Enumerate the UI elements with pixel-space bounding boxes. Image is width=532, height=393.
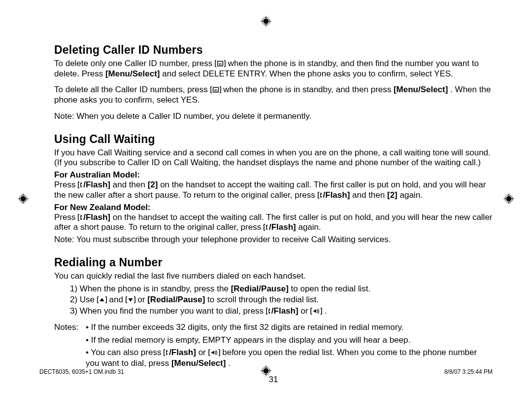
flash-key: /Flash]	[318, 190, 350, 200]
newzealand-instructions: Press /Flash] on the handset to accept t…	[54, 213, 493, 233]
section-deleting-caller-id: Deleting Caller ID Numbers To delete onl…	[54, 43, 493, 122]
document-page: Deleting Caller ID Numbers To delete onl…	[0, 0, 532, 393]
section-call-waiting: Using Call Waiting If you have Call Wait…	[54, 133, 493, 245]
phone-flash-icon	[318, 192, 323, 199]
registration-mark-icon	[261, 365, 271, 376]
phone-flash-icon	[78, 181, 83, 188]
footer-filename: DECT6035, 6035+1 OM.indb 31	[39, 368, 124, 375]
callwaiting-intro: If you have Call Waiting service and a s…	[54, 148, 493, 168]
caller-id-icon	[215, 60, 226, 67]
up-arrow-key-icon	[97, 296, 107, 303]
registration-mark-icon	[261, 16, 271, 27]
section-redial: Redialing a Number You can quickly redia…	[54, 256, 493, 369]
deleting-note: Note: When you delete a Caller ID number…	[54, 111, 493, 122]
redial-note-2: • If the redial memory is empty, EMPTY a…	[86, 335, 493, 346]
redial-step-1: 1) When the phone is in standby, press t…	[70, 284, 493, 295]
deleting-para-1: To delete only one Caller ID number, pre…	[54, 59, 493, 79]
page-number: 31	[54, 375, 493, 385]
redial-steps: 1) When the phone is in standby, press t…	[54, 284, 493, 318]
phone-flash-icon	[264, 224, 269, 231]
heading-redial: Redialing a Number	[54, 256, 493, 269]
two-key: [2]	[387, 190, 398, 200]
australian-instructions: Press /Flash] and then [2] on the handse…	[54, 180, 493, 200]
registration-mark-icon	[18, 193, 29, 204]
callwaiting-note: Note: You must subscribe through your te…	[54, 235, 493, 245]
phone-flash-icon	[266, 308, 271, 315]
speaker-key-icon	[208, 349, 220, 356]
registration-mark-icon	[503, 193, 514, 204]
phone-flash-icon	[78, 214, 83, 221]
menu-select-key: [Menu/Select]	[394, 85, 448, 94]
flash-key: /Flash]	[266, 306, 299, 316]
menu-select-key: [Menu/Select]	[171, 358, 226, 368]
redial-pause-key: [Redial/Pause]	[147, 295, 205, 304]
subhead-australian: For Australian Model:	[54, 170, 493, 180]
menu-select-key: [Menu/Select]	[105, 69, 160, 78]
footer-timestamp: 8/8/07 3:25:44 PM	[444, 368, 493, 375]
down-arrow-key-icon	[126, 296, 135, 303]
redial-step-3: 3) When you find the number you want to …	[70, 306, 493, 317]
flash-key: /Flash]	[78, 180, 110, 189]
heading-deleting: Deleting Caller ID Numbers	[54, 43, 493, 57]
flash-key: /Flash]	[164, 348, 196, 357]
heading-call-waiting: Using Call Waiting	[54, 133, 493, 146]
redial-notes: Notes: • If the number exceeds 32 digits…	[54, 322, 493, 368]
redial-pause-key: [Redial/Pause]	[231, 284, 289, 293]
redial-note-1: Notes: • If the number exceeds 32 digits…	[54, 322, 493, 333]
caller-id-icon	[210, 86, 221, 93]
redial-intro: You can quickly redial the last five num…	[54, 271, 493, 282]
phone-flash-icon	[164, 349, 169, 356]
deleting-para-2: To delete all the Caller ID numbers, pre…	[54, 85, 493, 105]
redial-step-2: 2) Use and or [Redial/Pause] to scroll t…	[70, 294, 493, 306]
redial-note-3: • You can also press /Flash] or before y…	[86, 347, 493, 369]
flash-key: /Flash]	[264, 222, 296, 232]
speaker-key-icon	[310, 308, 322, 315]
subhead-newzealand: For New Zealand Model:	[54, 203, 493, 213]
flash-key: /Flash]	[78, 213, 110, 222]
two-key: [2]	[148, 180, 158, 189]
